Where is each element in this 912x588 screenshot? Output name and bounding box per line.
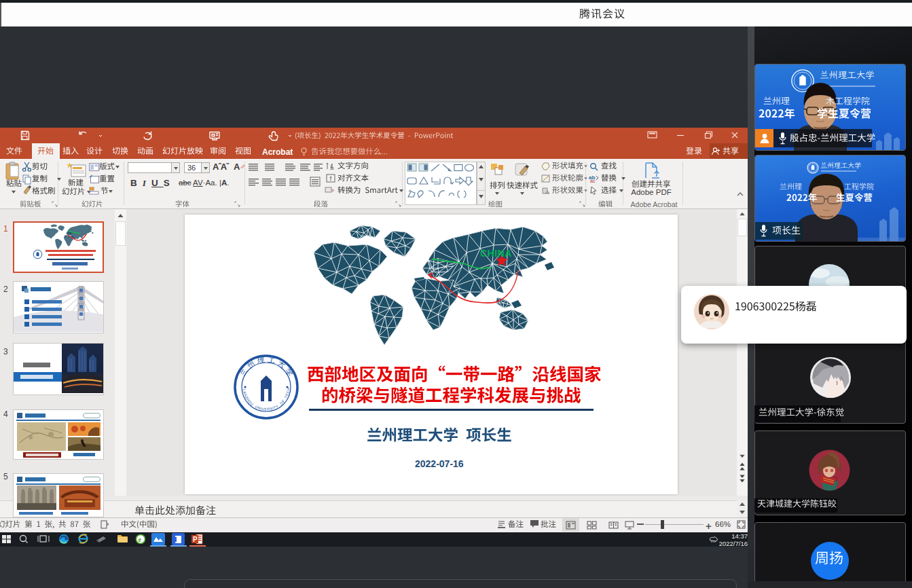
svg-text:e: e: [139, 536, 142, 543]
svg-text:P: P: [193, 536, 198, 543]
svg-text:ac: ac: [590, 179, 596, 183]
